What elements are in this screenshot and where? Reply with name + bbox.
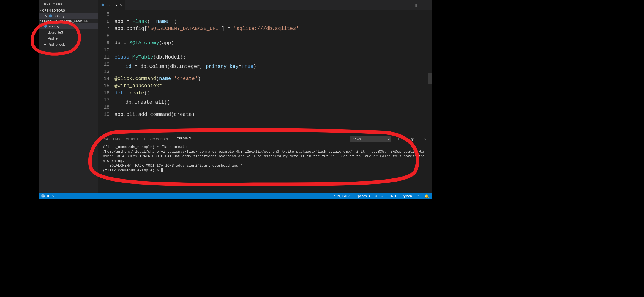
workspace-header[interactable]: ▾ FLASK_COMMANDS_EXAMPLE (39, 19, 98, 23)
file-icon: ≡ (44, 42, 46, 46)
notifications-icon[interactable]: 🔔 (424, 194, 429, 198)
minimap[interactable] (428, 10, 432, 134)
minimap-thumb[interactable] (428, 73, 432, 84)
file-icon: ≡ (44, 36, 46, 40)
maximize-panel-icon[interactable]: ^ (419, 137, 421, 141)
tab-filename: app.py (107, 3, 117, 7)
split-editor-icon[interactable]: ◫ (415, 2, 419, 7)
file-name: Pipfile.lock (48, 42, 65, 46)
panel-tabs: PROBLEMS OUTPUT DEBUG CONSOLE TERMINAL 1… (98, 134, 432, 144)
code-editor[interactable]: 5678910111213141516171819 app = Flask(__… (98, 10, 432, 134)
file-item-db-sqlite3[interactable]: ≡ db.sqlite3 (39, 29, 98, 35)
bottom-panel: PROBLEMS OUTPUT DEBUG CONSOLE TERMINAL 1… (98, 134, 432, 193)
file-item-pipfile[interactable]: ≡ Pipfile (39, 35, 98, 41)
new-terminal-icon[interactable]: + (397, 137, 400, 141)
error-count[interactable]: 0 (47, 194, 49, 198)
code-content[interactable]: app = Flask(__name__)app.config['SQLALCH… (114, 10, 432, 134)
chevron-down-icon: ▾ (40, 9, 41, 12)
open-editors-header[interactable]: ▾ OPEN EDITORS (39, 8, 98, 13)
open-editor-item[interactable]: × ⬢ app.py (39, 13, 98, 19)
close-panel-icon[interactable]: × (424, 137, 427, 141)
kill-terminal-icon[interactable]: 🗑 (411, 137, 415, 141)
file-name: Pipfile (48, 36, 58, 40)
python-icon: ⬢ (44, 24, 47, 28)
editor-area: ⬢ app.py × ◫ ⋯ 5678910111213141516171819… (98, 0, 432, 193)
eol[interactable]: CRLF (389, 194, 397, 198)
language-mode[interactable]: Python (402, 194, 412, 198)
python-icon: ⬢ (101, 3, 104, 7)
tab-debug-console[interactable]: DEBUG CONSOLE (144, 138, 171, 141)
tab-output[interactable]: OUTPUT (126, 138, 138, 141)
explorer-sidebar: EXPLORER ▾ OPEN EDITORS × ⬢ app.py ▾ FLA… (39, 0, 98, 193)
cursor-position[interactable]: Ln 19, Col 28 (332, 194, 351, 198)
feedback-icon[interactable]: ☺ (416, 194, 420, 198)
more-actions-icon[interactable]: ⋯ (424, 2, 428, 7)
split-terminal-icon[interactable]: ◫ (403, 137, 407, 141)
tab-bar: ⬢ app.py × ◫ ⋯ (98, 0, 432, 10)
indentation[interactable]: Spaces: 4 (356, 194, 370, 198)
open-editor-filename: app.py (54, 14, 64, 18)
file-item-app-py[interactable]: ⬢ app.py (39, 23, 98, 29)
close-icon[interactable]: × (44, 13, 47, 18)
error-icon[interactable]: ⓧ (41, 194, 45, 199)
file-icon: ≡ (44, 30, 46, 34)
explorer-title: EXPLORER (39, 0, 98, 8)
editor-actions: ◫ ⋯ (411, 0, 432, 10)
line-number-gutter: 5678910111213141516171819 (98, 10, 114, 134)
terminal-selector[interactable]: 1: wsl (350, 136, 391, 142)
tab-problems[interactable]: PROBLEMS (103, 138, 120, 141)
terminal-output[interactable]: (flask_commands_example) > flask create/… (98, 144, 432, 193)
tab-terminal[interactable]: TERMINAL (177, 137, 192, 141)
python-icon: ⬢ (49, 14, 52, 18)
status-bar: ⓧ 0 ⚠ 0 Ln 19, Col 28 Spaces: 4 UTF-8 CR… (39, 193, 432, 199)
file-name: app.py (49, 24, 59, 28)
warning-icon[interactable]: ⚠ (51, 194, 54, 198)
chevron-down-icon: ▾ (40, 20, 41, 22)
close-icon[interactable]: × (119, 2, 122, 7)
file-name: db.sqlite3 (48, 30, 63, 34)
vscode-window: EXPLORER ▾ OPEN EDITORS × ⬢ app.py ▾ FLA… (39, 0, 432, 199)
warning-count[interactable]: 0 (57, 194, 59, 198)
encoding[interactable]: UTF-8 (375, 194, 384, 198)
file-item-pipfile-lock[interactable]: ≡ Pipfile.lock (39, 41, 98, 47)
tab-app-py[interactable]: ⬢ app.py × (98, 0, 125, 10)
